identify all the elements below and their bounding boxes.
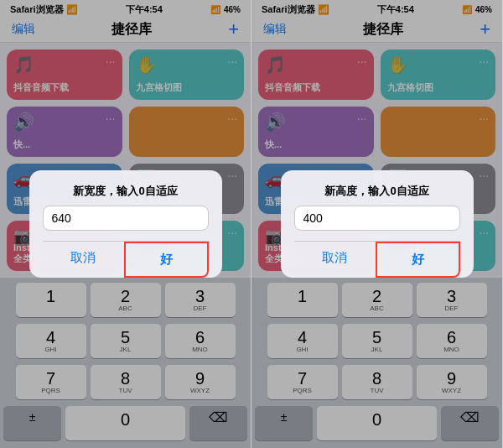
cancel-button[interactable]: 取消 <box>43 242 124 278</box>
confirm-button[interactable]: 好 <box>376 242 460 278</box>
dialog-overlay: 新高度，输入0自适应 取消 好 <box>252 0 502 448</box>
dialog-box: 新宽度，输入0自适应 取消 好 <box>29 170 222 278</box>
dialog-buttons: 取消 好 <box>43 241 209 278</box>
cancel-button[interactable]: 取消 <box>294 242 376 278</box>
dialog-input[interactable] <box>294 206 460 231</box>
dialog-input[interactable] <box>43 206 209 231</box>
dialog-buttons: 取消 好 <box>294 241 460 278</box>
phone-panel-left: Safari浏览器 📶 下午4:54 📶 46% 编辑 捷径库 + 🎵 ··· … <box>0 0 252 448</box>
dialog-title: 新高度，输入0自适应 <box>294 184 460 199</box>
phone-panel-right: Safari浏览器 📶 下午4:54 📶 46% 编辑 捷径库 + 🎵 ··· … <box>252 0 503 448</box>
confirm-button[interactable]: 好 <box>124 242 209 278</box>
dialog-title: 新宽度，输入0自适应 <box>43 184 209 199</box>
dialog-box: 新高度，输入0自适应 取消 好 <box>281 170 474 278</box>
dialog-overlay: 新宽度，输入0自适应 取消 好 <box>0 0 251 448</box>
